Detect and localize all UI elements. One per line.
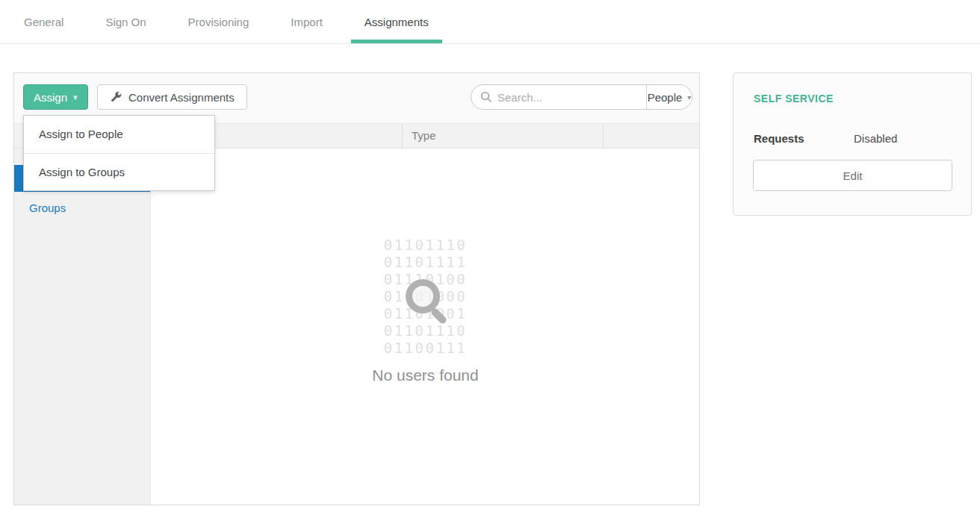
convert-assignments-label: Convert Assignments — [128, 91, 235, 104]
search-group: People ▾ — [471, 84, 692, 110]
assignments-panel: Assign ▾ Convert Assignments — [13, 72, 700, 505]
search-icon — [480, 91, 492, 103]
binary-art: 01101110 01101111 01110100 01101000 0110… — [152, 149, 699, 357]
self-service-panel: SELF SERVICE Requests Disabled Edit — [733, 72, 972, 216]
assignments-sidebar: Groups — [14, 149, 151, 505]
requests-label: Requests — [754, 132, 804, 145]
app-tab-bar: General Sign On Provisioning Import Assi… — [0, 0, 980, 44]
binary-row: 01100111 — [152, 340, 699, 357]
wrench-icon — [110, 91, 122, 103]
column-header-type: Type — [402, 124, 604, 148]
menu-item-assign-to-groups[interactable]: Assign to Groups — [24, 153, 214, 190]
tab-import[interactable]: Import — [277, 0, 336, 43]
binary-row: 01101110 — [152, 237, 699, 254]
self-service-title: SELF SERVICE — [754, 93, 834, 104]
convert-assignments-button[interactable]: Convert Assignments — [97, 84, 247, 110]
caret-down-icon: ▾ — [687, 93, 691, 102]
menu-item-assign-to-people[interactable]: Assign to People — [24, 116, 214, 153]
tab-general[interactable]: General — [10, 0, 77, 43]
empty-state: 01101110 01101111 01110100 01101000 0110… — [152, 149, 699, 505]
assign-dropdown-menu: Assign to People Assign to Groups — [23, 115, 215, 191]
edit-button[interactable]: Edit — [753, 160, 952, 191]
search-field-wrap — [471, 85, 646, 109]
binary-row: 01101110 — [152, 322, 699, 340]
assign-button[interactable]: Assign ▾ — [23, 84, 88, 110]
tab-assignments[interactable]: Assignments — [351, 0, 442, 43]
magnifier-icon — [406, 279, 440, 313]
sidebar-item-groups[interactable]: Groups — [14, 192, 150, 225]
empty-state-message: No users found — [152, 366, 699, 384]
tab-provisioning[interactable]: Provisioning — [175, 0, 263, 43]
requests-status-value: Disabled — [854, 132, 897, 145]
column-header-3 — [604, 124, 699, 148]
assign-button-label: Assign — [34, 91, 67, 104]
assignments-page: General Sign On Provisioning Import Assi… — [0, 0, 980, 512]
caret-down-icon: ▾ — [73, 93, 78, 102]
tab-sign-on[interactable]: Sign On — [92, 0, 159, 43]
search-input[interactable] — [497, 91, 646, 104]
search-scope-value: People — [648, 91, 683, 104]
search-scope-select[interactable]: People ▾ — [646, 85, 692, 109]
binary-row: 01101111 — [152, 254, 699, 271]
